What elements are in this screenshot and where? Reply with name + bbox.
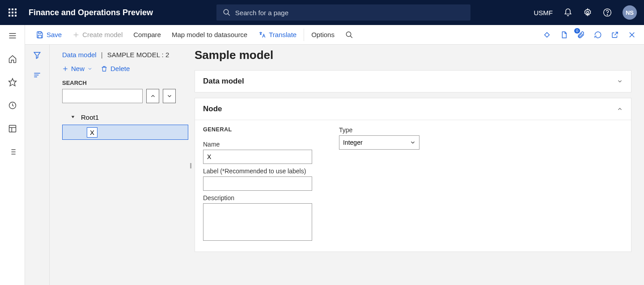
card-node: Node GENERAL Name Label (*Recommended to… — [195, 98, 631, 252]
new-button[interactable]: New — [62, 65, 93, 72]
svg-point-2 — [587, 12, 589, 14]
svg-point-0 — [224, 9, 229, 14]
name-field[interactable] — [203, 150, 312, 164]
label-field[interactable] — [203, 176, 312, 191]
card-data-model-header[interactable]: Data model — [195, 71, 631, 92]
search-section-label: SEARCH — [50, 78, 188, 89]
search-icon — [223, 8, 231, 17]
svg-marker-8 — [8, 79, 16, 86]
svg-line-1 — [228, 13, 230, 16]
plus-icon — [72, 31, 80, 38]
tree-node-x[interactable]: X — [62, 125, 188, 140]
svg-rect-25 — [545, 32, 550, 37]
translate-button[interactable]: Translate — [253, 31, 302, 39]
svg-rect-20 — [38, 35, 42, 38]
tree-node-label: X — [87, 127, 97, 138]
card-data-model: Data model — [195, 70, 631, 92]
home-icon[interactable] — [7, 54, 18, 64]
svg-point-4 — [607, 14, 607, 15]
header-right: USMF NS — [534, 5, 644, 20]
tree-node-root[interactable]: Root1 — [62, 109, 188, 125]
help-icon[interactable] — [603, 8, 612, 17]
card-node-header[interactable]: Node — [195, 98, 631, 120]
name-label: Name — [203, 141, 312, 148]
label-label: Label (*Recommended to use labels) — [203, 168, 312, 175]
company-selector[interactable]: USMF — [534, 9, 553, 17]
svg-marker-33 — [72, 116, 75, 118]
tree-node-label: Root1 — [81, 113, 99, 121]
create-label: Create model — [82, 31, 123, 38]
side-tools — [25, 45, 50, 285]
global-search[interactable]: Search for a page — [216, 4, 470, 21]
svg-rect-19 — [38, 32, 41, 34]
avatar[interactable]: NS — [623, 5, 637, 20]
search-placeholder: Search for a page — [235, 9, 288, 17]
svg-rect-10 — [9, 126, 16, 132]
attach-badge: 0 — [574, 28, 580, 34]
delete-button[interactable]: Delete — [101, 65, 130, 72]
type-label: Type — [339, 126, 419, 134]
description-field[interactable] — [203, 203, 312, 241]
svg-point-23 — [346, 32, 351, 37]
detail-panel: Sample model Data model Node GENERAL — [188, 45, 644, 285]
app-title: Finance and Operations Preview — [25, 8, 153, 17]
type-select[interactable] — [339, 135, 419, 150]
save-label: Save — [47, 31, 62, 38]
chevron-down-icon — [617, 78, 623, 84]
star-icon[interactable] — [7, 77, 18, 88]
search-prev-button[interactable] — [146, 89, 159, 103]
map-model-button[interactable]: Map model to datasource — [166, 31, 253, 38]
breadcrumb: Data model | SAMPLE MODEL : 2 — [50, 51, 188, 63]
waffle-icon — [8, 8, 17, 17]
translate-label: Translate — [269, 31, 297, 38]
breadcrumb-current: SAMPLE MODEL : 2 — [107, 51, 169, 59]
app-launcher[interactable] — [0, 8, 25, 17]
svg-line-24 — [350, 36, 352, 38]
save-icon — [36, 31, 44, 39]
refresh-icon[interactable] — [594, 31, 602, 39]
filter-icon[interactable] — [33, 51, 42, 60]
notifications-icon[interactable] — [564, 8, 572, 17]
command-bar: Save Create model Compare Map model to d… — [25, 25, 644, 45]
splitter-handle[interactable]: || — [190, 162, 191, 168]
search-icon — [345, 31, 353, 39]
translate-icon — [258, 31, 266, 39]
breadcrumb-link[interactable]: Data model — [62, 51, 97, 59]
compare-button[interactable]: Compare — [128, 31, 166, 38]
page-title: Sample model — [195, 48, 631, 62]
top-header: Finance and Operations Preview Search fo… — [0, 0, 644, 25]
modules-icon[interactable] — [7, 147, 18, 157]
recent-icon[interactable] — [7, 100, 18, 111]
trash-icon — [101, 65, 108, 72]
find-button[interactable] — [340, 31, 359, 39]
gear-icon[interactable] — [583, 8, 592, 17]
doc-icon[interactable] — [560, 31, 568, 39]
diamond-icon[interactable] — [543, 31, 551, 39]
search-next-button[interactable] — [163, 89, 176, 103]
plus-icon — [62, 66, 68, 72]
popout-icon[interactable] — [611, 31, 619, 39]
create-model-button: Create model — [67, 31, 128, 38]
left-nav-rail — [0, 25, 25, 285]
chevron-down-icon — [87, 66, 93, 71]
general-section-label: GENERAL — [203, 126, 312, 133]
chevron-up-icon — [617, 106, 623, 112]
attach-icon[interactable]: 0 — [577, 31, 585, 39]
model-tree: Root1 X — [50, 109, 188, 140]
description-label: Description — [203, 194, 312, 201]
search-input[interactable] — [62, 89, 143, 103]
tree-panel: Data model | SAMPLE MODEL : 2 New Delete — [50, 45, 188, 285]
tree-toolbar: New Delete — [50, 63, 188, 78]
workspace-icon[interactable] — [7, 123, 18, 134]
lines-icon[interactable] — [33, 71, 42, 80]
caret-icon[interactable] — [70, 115, 76, 119]
save-button[interactable]: Save — [30, 31, 67, 39]
type-value[interactable] — [339, 135, 419, 150]
options-button[interactable]: Options — [306, 31, 340, 38]
hamburger-icon[interactable] — [7, 30, 18, 41]
close-icon[interactable] — [628, 31, 636, 39]
